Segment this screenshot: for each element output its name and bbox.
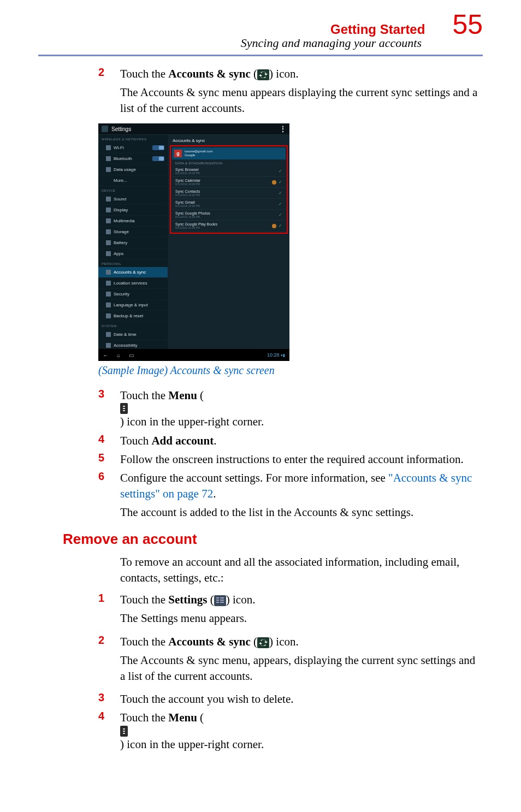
sync-timestamp: 6/11/2012 10:28 PM xyxy=(175,182,200,186)
step-number: 2 xyxy=(98,66,107,79)
step-3: 3 Touch the Menu () icon in the upper-ri… xyxy=(98,388,483,430)
sync-timestamp: 6/11/2012 10:28 PM xyxy=(175,171,200,175)
sidebar-item-multimedia[interactable]: Multimedia xyxy=(98,216,168,227)
wifi-icon xyxy=(106,145,111,150)
screenshot-body: WIRELESS & NETWORKS Wi-Fi Bluetooth Data… xyxy=(98,135,289,349)
sidebar-item-more[interactable]: More... xyxy=(98,175,168,186)
sidebar-item-display[interactable]: Display xyxy=(98,205,168,216)
sidebar-item-accounts-sync[interactable]: Accounts & sync xyxy=(98,267,168,278)
menu-icon[interactable]: ⋮ xyxy=(280,125,286,133)
sidebar-item-battery[interactable]: Battery xyxy=(98,238,168,248)
clock-icon xyxy=(106,332,111,337)
settings-panel: Accounts & sync g tosone@gmail.com Googl… xyxy=(168,135,289,349)
sidebar-item-location[interactable]: Location services xyxy=(98,278,168,289)
sync-check-icon: ✓ xyxy=(279,169,282,173)
sidebar-item-backup[interactable]: Backup & reset xyxy=(98,311,168,322)
sidebar-item-label: Location services xyxy=(114,281,147,286)
sync-label: Sync Calendar xyxy=(175,179,200,182)
sidebar-item-label: Data usage xyxy=(114,167,136,172)
sidebar-item-label: Sound xyxy=(114,197,126,201)
sidebar-item-label: Display xyxy=(114,208,128,212)
google-icon: g xyxy=(174,150,182,157)
wifi-toggle[interactable] xyxy=(152,145,164,150)
sidebar-item-label: Accessibility xyxy=(114,343,138,348)
sidebar-item-label: Language & input xyxy=(114,303,148,307)
accessibility-icon xyxy=(106,343,111,348)
apps-icon xyxy=(106,251,111,256)
back-button[interactable]: ← xyxy=(103,352,108,358)
sidebar-item-wifi[interactable]: Wi-Fi xyxy=(98,143,168,153)
sidebar-item-label: Multimedia xyxy=(114,218,135,223)
sync-row[interactable]: Sync Calendar6/11/2012 10:28 PM✓ xyxy=(172,177,286,188)
step-body: Touch the Settings () icon. xyxy=(120,592,483,607)
sidebar-item-accessibility[interactable]: Accessibility xyxy=(98,340,168,349)
step-body: Touch the Accounts & sync () icon. xyxy=(120,634,483,649)
sidebar-item-datetime[interactable]: Date & time xyxy=(98,329,168,340)
sidebar-category: WIRELESS & NETWORKS xyxy=(98,135,168,143)
sidebar-item-bluetooth[interactable]: Bluetooth xyxy=(98,153,168,164)
remove-step-1-follow: The Settings menu appears. xyxy=(120,611,483,626)
account-row[interactable]: g tosone@gmail.com Google xyxy=(172,147,286,159)
status-clock: 10:28 ▾▮ xyxy=(267,352,285,358)
sidebar-item-security[interactable]: Security xyxy=(98,289,168,300)
data-icon xyxy=(106,167,111,172)
sync-row[interactable]: Sync Contacts6/11/2012 10:28 PM✓ xyxy=(172,188,286,199)
storage-icon xyxy=(106,229,111,234)
sidebar-item-label: Bluetooth xyxy=(114,156,132,161)
home-button[interactable]: ⌂ xyxy=(117,352,120,358)
bluetooth-toggle[interactable] xyxy=(152,156,164,161)
chapter-subtitle: Syncing and managing your accounts xyxy=(38,36,422,50)
backup-icon xyxy=(106,313,111,318)
step-number: 3 xyxy=(98,691,107,704)
sync-icon xyxy=(257,69,269,80)
sidebar-item-language[interactable]: Language & input xyxy=(98,300,168,311)
step-body: Touch the account you wish to delete. xyxy=(120,691,483,707)
bold-label: Menu xyxy=(168,711,197,724)
text: Touch the xyxy=(120,67,168,80)
sync-icon xyxy=(257,637,269,648)
remove-step-4: 4 Touch the Menu () icon in the upper-ri… xyxy=(98,710,483,752)
sidebar-category: SYSTEM xyxy=(98,322,168,329)
sync-row[interactable]: Sync Gmail6/11/2012 10:28 PM✓ xyxy=(172,199,286,210)
bold-label: Accounts & sync xyxy=(168,635,251,648)
language-icon xyxy=(106,303,111,307)
remove-step-1: 1 Touch the Settings () icon. xyxy=(98,592,483,607)
sync-check-icon: ✓ xyxy=(279,213,282,217)
nav-bar: ← ⌂ ▭ 10:28 ▾▮ xyxy=(98,349,289,361)
sync-check-icon: ✓ xyxy=(279,191,282,195)
sync-timestamp: 6/11/2012 10:28 PM xyxy=(175,226,217,229)
sync-row[interactable]: Sync Browser6/11/2012 10:28 PM✓ xyxy=(172,166,286,177)
header-rule xyxy=(38,55,483,56)
sidebar-item-apps[interactable]: Apps xyxy=(98,248,168,259)
remove-step-2: 2 Touch the Accounts & sync () icon. xyxy=(98,634,483,649)
sync-row[interactable]: Sync Google Play Books6/11/2012 10:28 PM… xyxy=(172,221,286,232)
svg-rect-5 xyxy=(220,602,224,603)
bold-label: Accounts & sync xyxy=(168,67,251,80)
sidebar-item-data-usage[interactable]: Data usage xyxy=(98,164,168,175)
text: ( xyxy=(251,635,257,648)
text: ( xyxy=(251,67,257,80)
remove-intro: To remove an account and all the associa… xyxy=(120,554,483,585)
sidebar-item-label: Date & time xyxy=(114,332,137,337)
sidebar-item-storage[interactable]: Storage xyxy=(98,227,168,238)
sync-check-icon: ✓ xyxy=(279,202,282,206)
sync-check-icon: ✓ xyxy=(279,224,282,228)
menu-icon xyxy=(120,726,128,737)
account-provider: Google xyxy=(185,153,195,157)
sidebar-item-label: Battery xyxy=(114,240,127,245)
display-icon xyxy=(106,208,111,212)
recent-button[interactable]: ▭ xyxy=(129,352,134,358)
sound-icon xyxy=(106,197,111,201)
multimedia-icon xyxy=(106,218,111,223)
step-number: 1 xyxy=(98,592,107,604)
text: ( xyxy=(197,389,204,402)
sync-row[interactable]: Sync Google Photos6/11/2012 10:28 PM✓ xyxy=(172,210,286,221)
text: ) icon in the upper-right corner. xyxy=(120,738,264,751)
sidebar-category: DEVICE xyxy=(98,186,168,194)
screenshot-caption: (Sample Image) Accounts & sync screen xyxy=(98,364,483,377)
sidebar-item-label: Wi-Fi xyxy=(114,145,124,150)
panel-title: Accounts & sync xyxy=(168,135,289,145)
text: ) icon. xyxy=(269,67,299,80)
sidebar-item-sound[interactable]: Sound xyxy=(98,194,168,205)
chapter-title: Getting Started xyxy=(330,22,425,37)
